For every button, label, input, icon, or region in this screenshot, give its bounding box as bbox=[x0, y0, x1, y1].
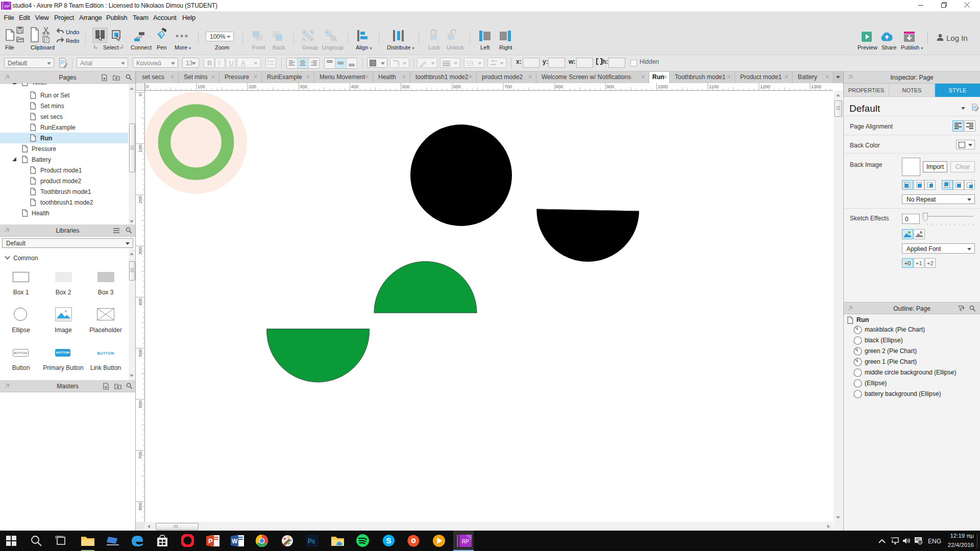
svg-text:0: 0 bbox=[138, 94, 143, 96]
svg-text:500: 500 bbox=[402, 84, 410, 89]
svg-text:W: W bbox=[232, 538, 238, 545]
svg-text:100: 100 bbox=[138, 145, 143, 153]
svg-text:0: 0 bbox=[146, 84, 149, 89]
svg-text:300: 300 bbox=[138, 247, 143, 255]
svg-text:200: 200 bbox=[138, 196, 143, 204]
svg-text:700: 700 bbox=[138, 452, 143, 459]
svg-text:800: 800 bbox=[138, 503, 143, 510]
svg-text:900: 900 bbox=[606, 84, 614, 89]
svg-text:100: 100 bbox=[198, 84, 205, 89]
svg-text:S: S bbox=[386, 536, 391, 545]
svg-text:RP: RP bbox=[4, 4, 10, 9]
svg-text:600: 600 bbox=[453, 84, 461, 89]
svg-text:400: 400 bbox=[138, 298, 143, 306]
svg-text:1100: 1100 bbox=[709, 84, 719, 89]
svg-text:1200: 1200 bbox=[760, 84, 770, 89]
svg-text:800: 800 bbox=[555, 84, 563, 89]
svg-text:600: 600 bbox=[138, 400, 143, 408]
svg-text:200: 200 bbox=[249, 84, 256, 89]
svg-text:Ps: Ps bbox=[308, 538, 315, 545]
svg-text:400: 400 bbox=[351, 84, 358, 89]
svg-text:500: 500 bbox=[138, 349, 143, 357]
svg-text:P: P bbox=[208, 537, 213, 545]
svg-text:1000: 1000 bbox=[658, 84, 668, 89]
svg-text:RP: RP bbox=[462, 539, 469, 544]
svg-text:300: 300 bbox=[300, 84, 307, 89]
svg-text:700: 700 bbox=[504, 84, 512, 89]
svg-text:1300: 1300 bbox=[811, 84, 821, 89]
